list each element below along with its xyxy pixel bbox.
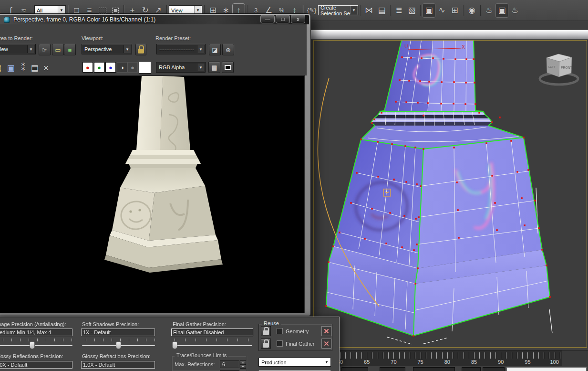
render-mode-dropdown[interactable]: Production▼ [258,358,331,367]
frame-tick [495,352,496,359]
frame-tick [361,352,362,359]
status-field[interactable] [483,367,505,371]
layers-button[interactable]: ▤ [208,62,220,73]
mirror-icon[interactable]: ⋈ [362,3,375,18]
status-field[interactable] [413,367,455,371]
glossy-reflections-label: Glossy Reflections Precision: [0,353,63,359]
named-selection-set-dropdown[interactable]: Create Selection Se▼ [318,5,358,15]
render-preset-dropdown[interactable]: --------------------▼ [156,44,206,54]
save-image-icon[interactable]: ▦ [0,61,4,75]
close-button[interactable]: x [291,15,305,23]
green-channel-button[interactable]: ● [94,62,104,73]
render-setup-button[interactable]: ⊛ [222,44,234,55]
area-to-render-dropdown[interactable]: View▼ [0,44,36,54]
cube-icon: ■ [68,46,72,53]
final-gather-slider[interactable] [172,345,252,346]
render-setup-icon[interactable]: ♨ [483,3,495,18]
frame-tick [533,352,534,359]
timeline-frame-label[interactable]: 75 [417,359,423,365]
rfw-controls: Area to Render: Viewport: Render Preset:… [0,24,307,75]
maximize-button[interactable]: □ [276,15,290,23]
frame-tick [501,352,501,359]
red-channel-button[interactable]: ● [83,62,93,73]
channel-display-dropdown[interactable]: RGB Alpha▼ [156,62,206,73]
frame-tick [351,352,351,359]
spinner-down-icon[interactable]: ▼ [240,365,246,369]
scene-explorer-icon[interactable]: ▧ [405,3,418,18]
soft-shadows-slider-thumb[interactable] [116,341,121,349]
status-field[interactable] [462,367,481,371]
axis-x-label: X [462,44,465,50]
clear-final-gather-button[interactable]: ✕ [321,339,331,349]
status-field-white[interactable] [506,367,587,371]
print-image-icon[interactable]: ▤ [28,61,41,75]
perspective-viewport[interactable]: U X FRONT LEFT [313,40,587,348]
background-color-swatch[interactable] [139,61,151,74]
geometry-checkbox[interactable] [277,328,283,334]
timeline-frame-label[interactable]: 85 [471,359,477,365]
rendered-frame-window-icon[interactable]: ▣ [495,3,508,18]
save-preset-button[interactable]: ◪ [209,44,221,55]
final-gather-checkbox[interactable] [277,340,283,347]
frame-tick [469,352,469,359]
timeline-frame-label[interactable]: 100 [550,359,558,365]
glossy-reflections-value: 1.0X - Default [0,361,72,369]
preset-icon: ◪ [212,46,217,53]
pan-image-button[interactable]: ☞ [39,44,51,55]
timeline-frame-label[interactable]: 80 [444,359,450,365]
copy-image-icon[interactable]: ▣ [4,61,17,75]
frame-tick [372,352,372,359]
auto-region-button[interactable]: ■ [64,44,76,55]
render-production-icon[interactable]: ♨ [508,3,521,18]
max-reflections-spinner[interactable]: ▲ ▼ [240,360,246,369]
align-icon[interactable]: ▤ [375,3,388,18]
mono-channel-button[interactable]: ◑ [117,62,127,73]
viewcube: FRONT LEFT [539,54,578,86]
image-precision-label: Image Precision (Antialiasing): [0,321,66,327]
viewport-dropdown[interactable]: Perspective▼ [82,44,132,54]
area-to-render-label: Area to Render: [0,35,33,41]
lock-final-gather-button[interactable] [261,339,271,349]
rendered-frame-window[interactable]: Perspective, frame 0, RGBA Color 16 Bits… [0,13,311,316]
clone-window-icon[interactable]: ⁑ [17,61,30,75]
frame-tick [464,352,464,359]
track-bar[interactable]: 6065707580859095100 [311,350,588,366]
clear-geometry-button[interactable]: ✕ [321,326,331,336]
frame-tick [474,352,475,359]
timeline-frame-label[interactable]: 65 [364,359,370,365]
frame-tick [383,352,383,359]
frame-tick [399,352,400,359]
frame-tick [367,352,367,359]
application-window: ↖∫≈All▼□≡+↻↗View▼⊞∗↑3∠%↕{✎}Create Select… [0,0,588,371]
minimize-button[interactable]: — [260,15,275,23]
curve-editor-icon[interactable]: ∿ [435,3,448,18]
final-gather-slider-thumb[interactable] [172,341,177,349]
layers-icon: ▤ [211,64,217,71]
image-precision-slider-thumb[interactable] [30,341,35,349]
layer-manager-icon[interactable]: ≣ [392,3,405,18]
timeline-frame-label[interactable]: 70 [391,359,396,365]
gear-icon: ⊛ [226,46,231,53]
schematic-view-icon[interactable]: ⊞ [448,3,461,18]
display-toggle-button[interactable] [222,62,234,73]
blue-channel-button[interactable]: ● [105,62,116,73]
frame-tick [442,352,443,359]
spinner-up-icon[interactable]: ▲ [240,360,246,365]
status-field[interactable] [380,367,405,371]
status-field[interactable] [341,367,368,371]
clear-icon[interactable]: × [40,61,52,75]
max-reflections-label: Max. Reflections: [175,361,215,367]
timeline-frame-label[interactable]: 95 [525,359,530,365]
alpha-channel-button[interactable]: ● [127,62,138,73]
edit-region-button[interactable]: ▭ [52,44,64,55]
max-reflections-field[interactable]: 6 [220,360,239,368]
material-editor-icon[interactable]: ◉ [465,3,478,18]
mental-ray-panel: Image Precision (Antialiasing): Medium: … [0,317,340,371]
image-precision-slider[interactable] [0,345,72,346]
timeline-frame-label[interactable]: 90 [498,359,504,365]
render-preset-label: Render Preset: [155,35,191,41]
ribbon-collapsed-bar[interactable] [310,30,588,40]
lock-geometry-button[interactable] [261,326,271,336]
viewport-lock-button[interactable] [135,44,146,55]
toolbox-icon[interactable]: ▣ [423,3,435,18]
